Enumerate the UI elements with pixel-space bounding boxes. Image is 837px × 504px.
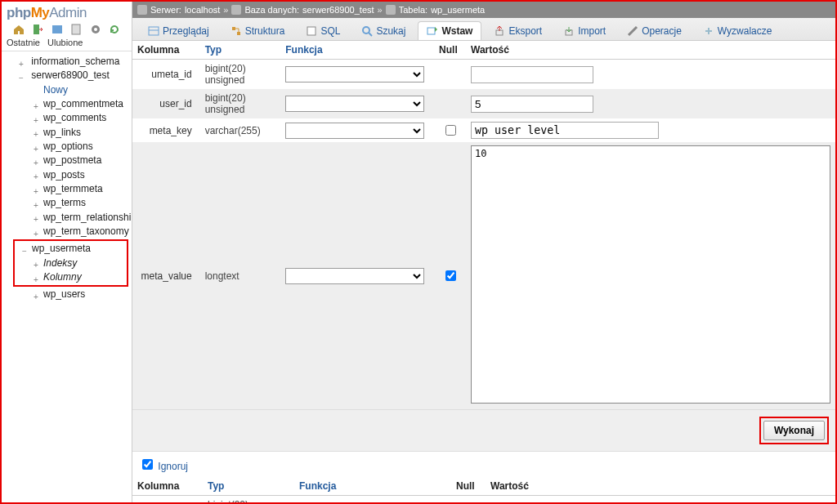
tab-operations[interactable]: Operacje bbox=[618, 21, 691, 40]
table-row[interactable]: +wp_termmeta bbox=[3, 182, 132, 196]
th-column: Kolumna bbox=[132, 41, 200, 60]
tab-structure[interactable]: Struktura bbox=[222, 21, 294, 40]
collapse-icon[interactable]: − bbox=[16, 71, 26, 81]
function-select[interactable] bbox=[285, 268, 424, 284]
sidebar-toolbar bbox=[2, 21, 132, 38]
table-wp-usermeta[interactable]: −wp_usermeta bbox=[16, 242, 125, 256]
button-bar: Wykonaj bbox=[132, 409, 835, 452]
th-function[interactable]: Funkcja bbox=[294, 477, 451, 496]
table-row[interactable]: +wp_posts bbox=[3, 168, 132, 182]
svg-point-4 bbox=[94, 28, 97, 31]
ignore-checkbox[interactable] bbox=[142, 459, 153, 470]
th-type[interactable]: Typ bbox=[200, 41, 281, 60]
function-select[interactable] bbox=[285, 66, 424, 83]
bc-server-label: Serwer: bbox=[150, 5, 181, 15]
svg-point-10 bbox=[363, 27, 369, 33]
svg-rect-12 bbox=[427, 28, 435, 34]
insert-icon bbox=[427, 25, 438, 37]
nav-tree: + information_schema − serwer68900_test … bbox=[2, 51, 132, 302]
th-null: Null bbox=[434, 41, 466, 60]
table-row[interactable]: +wp_users bbox=[3, 288, 132, 301]
value-input[interactable] bbox=[471, 96, 593, 113]
value-input[interactable] bbox=[471, 122, 659, 139]
insert-row: meta_key varchar(255) bbox=[132, 118, 835, 142]
table-row[interactable]: +wp_term_relationship bbox=[3, 211, 132, 225]
th-function[interactable]: Funkcja bbox=[280, 41, 434, 60]
operations-icon bbox=[627, 25, 638, 37]
insert-table-1: Kolumna Typ Funkcja Null Wartość umeta_i… bbox=[132, 41, 835, 409]
svg-rect-5 bbox=[149, 27, 159, 35]
expand-icon[interactable]: + bbox=[16, 57, 26, 67]
db-node-test[interactable]: − serwer68900_test bbox=[3, 69, 132, 83]
col-name: meta_key bbox=[132, 118, 200, 142]
tab-search[interactable]: Szukaj bbox=[352, 21, 414, 40]
col-type: varchar(255) bbox=[200, 118, 281, 142]
col-name: user_id bbox=[132, 89, 200, 118]
sidebar-tabs: Ostatnie Ulubione bbox=[2, 38, 132, 51]
breadcrumb: Serwer: localhost » Baza danych: serwer6… bbox=[132, 2, 835, 18]
col-name: umeta_id bbox=[132, 496, 203, 503]
docs-icon[interactable] bbox=[69, 23, 83, 36]
insert-row: umeta_id bigint(20) unsigned bbox=[132, 60, 835, 90]
table-row[interactable]: +wp_commentmeta bbox=[3, 97, 132, 111]
function-select[interactable] bbox=[285, 96, 424, 112]
top-tabs: Przeglądaj Struktura SQL Szukaj Wstaw Ek… bbox=[132, 18, 835, 41]
main: Serwer: localhost » Baza danych: serwer6… bbox=[132, 2, 835, 502]
table-row[interactable]: +wp_postmeta bbox=[3, 154, 132, 167]
col-type: longtext bbox=[200, 142, 281, 409]
tab-insert[interactable]: Wstaw bbox=[418, 21, 481, 40]
col-type: bigint(20) unsigned bbox=[200, 89, 281, 118]
svg-rect-2 bbox=[72, 25, 80, 34]
tab-sql[interactable]: SQL bbox=[297, 21, 349, 40]
execute-button[interactable]: Wykonaj bbox=[763, 421, 825, 440]
tab-export[interactable]: Eksport bbox=[485, 21, 551, 40]
value-input[interactable] bbox=[490, 502, 613, 503]
th-null: Null bbox=[451, 477, 486, 496]
svg-rect-7 bbox=[232, 27, 235, 30]
bc-server-value[interactable]: localhost bbox=[185, 5, 220, 15]
highlight-usermeta: −wp_usermeta +Indeksy +Kolumny bbox=[13, 239, 128, 287]
highlight-execute: Wykonaj bbox=[759, 417, 829, 444]
structure-icon bbox=[231, 25, 242, 37]
table-row[interactable]: +wp_terms bbox=[3, 196, 132, 210]
browse-icon bbox=[148, 25, 159, 37]
logout-icon[interactable] bbox=[31, 23, 44, 36]
null-checkbox[interactable] bbox=[445, 125, 456, 136]
tab-browse[interactable]: Przeglądaj bbox=[139, 21, 218, 40]
home-icon[interactable] bbox=[12, 23, 25, 36]
svg-rect-0 bbox=[34, 25, 39, 34]
logo: phpMyAdmin bbox=[2, 2, 132, 21]
db-node-information-schema[interactable]: + information_schema bbox=[3, 55, 132, 69]
col-name: umeta_id bbox=[132, 60, 200, 90]
sql-icon[interactable] bbox=[51, 23, 64, 36]
bc-table-label: Tabela: bbox=[399, 5, 427, 15]
bc-db-value[interactable]: serwer68900_test bbox=[302, 5, 374, 15]
th-type[interactable]: Typ bbox=[203, 477, 294, 496]
gear-icon[interactable] bbox=[89, 23, 102, 36]
tree-indexes[interactable]: +Indeksy bbox=[16, 256, 125, 270]
sidebar-tab-fav[interactable]: Ulubione bbox=[47, 38, 83, 47]
table-row[interactable]: +wp_term_taxonomy bbox=[3, 225, 132, 239]
tree-new[interactable]: Nowy bbox=[3, 83, 132, 97]
ignore-row: Ignoruj bbox=[132, 452, 835, 477]
null-checkbox[interactable] bbox=[445, 270, 456, 281]
col-type: bigint(20) unsigned bbox=[200, 60, 281, 90]
triggers-icon bbox=[703, 25, 714, 37]
tree-columns[interactable]: +Kolumny bbox=[16, 270, 125, 284]
function-select[interactable] bbox=[285, 123, 424, 139]
insert-table-2: Kolumna Typ Funkcja Null Wartość umeta_i… bbox=[132, 477, 835, 502]
bc-table-value[interactable]: wp_usermeta bbox=[431, 5, 485, 15]
import-icon bbox=[563, 25, 575, 37]
ignore-label[interactable]: Ignoruj bbox=[158, 461, 188, 472]
table-row[interactable]: +wp_comments bbox=[3, 111, 132, 125]
table-row[interactable]: +wp_links bbox=[3, 126, 132, 140]
value-textarea[interactable] bbox=[471, 145, 830, 404]
sidebar-tab-recent[interactable]: Ostatnie bbox=[7, 38, 40, 47]
export-icon bbox=[494, 25, 505, 37]
sidebar: phpMyAdmin Ostatnie Ulubione + informati… bbox=[2, 2, 132, 502]
tab-import[interactable]: Import bbox=[554, 21, 615, 40]
tab-triggers[interactable]: Wyzwalacze bbox=[694, 21, 781, 40]
reload-icon[interactable] bbox=[108, 23, 121, 36]
table-row[interactable]: +wp_options bbox=[3, 140, 132, 154]
value-input[interactable] bbox=[471, 66, 593, 83]
